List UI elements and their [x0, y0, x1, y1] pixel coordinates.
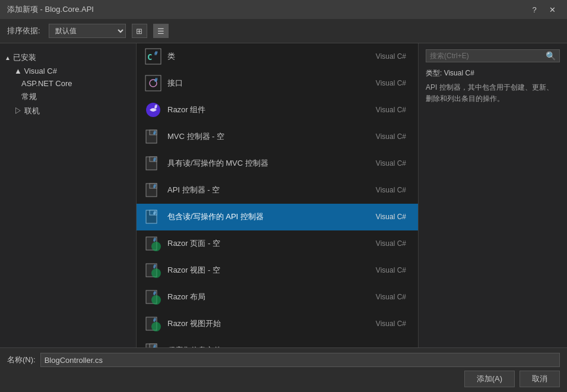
search-box: 🔍 [426, 49, 560, 62]
sidebar-installed-section: ▲ 已安装 ▲ Visual C# ASP.NET Core 常规 ▷ 联机 [0, 48, 136, 121]
item-icon-assembly: # [144, 341, 163, 347]
item-name: Razor 页面 - 空 [167, 238, 376, 249]
list-item[interactable]: # Razor 布局 Visual C# [137, 284, 418, 311]
list-item[interactable]: # Razor 视图 - 空 Visual C# [137, 257, 418, 284]
item-icon-mvc-empty: # [144, 127, 163, 146]
title-bar-title: 添加新项 - Blog.Core.API [7, 4, 94, 15]
item-name: Razor 布局 [167, 292, 376, 302]
item-name: MVC 控制器 - 空 [167, 131, 376, 142]
item-list[interactable]: C # 类 Visual C# # 接口 Visual C# [137, 43, 419, 347]
search-input[interactable] [430, 52, 546, 60]
item-icon-api-rw: # [144, 207, 163, 226]
name-label: 名称(N): [7, 355, 36, 365]
online-arrow: ▷ [14, 106, 24, 115]
dialog: 排序依据: 默认值 ⊞ ☰ ▲ 已安装 ▲ Visual C# ASP.NET … [0, 19, 567, 392]
svg-point-24 [151, 268, 161, 278]
grid-view-button[interactable]: ⊞ [132, 24, 147, 38]
title-bar-controls: ? ✕ [527, 3, 560, 16]
item-name: API 控制器 - 空 [167, 185, 376, 195]
info-description: API 控制器，其中包含用于创建、更新、删除和列出条目的操作。 [426, 82, 560, 105]
svg-text:#: # [154, 77, 158, 83]
name-row: 名称(N): [7, 353, 560, 367]
sidebar: ▲ 已安装 ▲ Visual C# ASP.NET Core 常规 ▷ 联机 [0, 43, 137, 347]
item-category: Visual C# [376, 159, 411, 167]
installed-arrow: ▲ [5, 55, 11, 61]
svg-text:#: # [153, 318, 156, 323]
list-view-button[interactable]: ☰ [153, 24, 169, 38]
item-category: Visual C# [376, 266, 411, 274]
content-area: ▲ 已安装 ▲ Visual C# ASP.NET Core 常规 ▷ 联机 [0, 43, 567, 347]
item-icon-razor-viewstart: # [144, 314, 163, 333]
item-icon-class: C # [144, 47, 163, 66]
bottom-bar: 名称(N): 添加(A) 取消 [0, 347, 567, 392]
list-item[interactable]: C # 类 Visual C# [137, 43, 418, 70]
item-icon-razor-view: # [144, 261, 163, 280]
svg-rect-3 [145, 75, 161, 91]
item-icon-api-empty: # [144, 181, 163, 200]
sort-label: 排序依据: [7, 26, 40, 36]
item-icon-razor-layout: # [144, 287, 163, 306]
svg-point-21 [151, 242, 161, 251]
close-button[interactable]: ✕ [544, 3, 560, 16]
svg-text:#: # [153, 211, 156, 216]
button-row: 添加(A) 取消 [7, 371, 560, 387]
title-bar: 添加新项 - Blog.Core.API ? ✕ [0, 0, 567, 19]
sidebar-visualcs-arrow: ▲ [14, 67, 24, 75]
sidebar-item-aspnet[interactable]: ASP.NET Core [0, 77, 136, 90]
sidebar-item-visualcs[interactable]: ▲ Visual C# [0, 65, 136, 77]
svg-text:#: # [153, 131, 156, 136]
item-name: Razor 视图 - 空 [167, 265, 376, 276]
info-type-label: 类型: Visual C# [426, 68, 560, 78]
item-category: Visual C# [376, 79, 411, 87]
svg-point-30 [151, 322, 161, 331]
item-name: 包含读/写操作的 API 控制器 [167, 211, 376, 222]
svg-point-27 [151, 295, 161, 305]
item-name: 类 [167, 51, 376, 62]
list-item[interactable]: # API 控制器 - 空 Visual C# [137, 177, 418, 204]
item-icon-interface: # [144, 74, 163, 93]
item-icon-razor-component: # [144, 100, 163, 119]
item-name: Razor 组件 [167, 105, 376, 115]
item-category: Visual C# [376, 52, 411, 61]
sidebar-installed-label: 已安装 [13, 52, 36, 63]
name-input[interactable] [40, 353, 560, 367]
svg-text:#: # [153, 291, 156, 296]
svg-text:#: # [153, 238, 156, 243]
item-category: Visual C# [376, 186, 411, 194]
sidebar-installed-header[interactable]: ▲ 已安装 [0, 50, 136, 65]
item-category: Visual C# [376, 213, 411, 221]
list-item-selected[interactable]: # 包含读/写操作的 API 控制器 Visual C# [137, 204, 418, 230]
svg-text:C: C [147, 52, 152, 62]
cancel-button[interactable]: 取消 [520, 371, 560, 387]
item-category: Visual C# [376, 132, 411, 141]
item-name: 接口 [167, 78, 376, 88]
svg-text:#: # [154, 105, 157, 110]
item-category: Visual C# [376, 293, 411, 301]
list-item[interactable]: # Razor 页面 - 空 Visual C# [137, 230, 418, 257]
toolbar: 排序依据: 默认值 ⊞ ☰ [0, 19, 567, 43]
sidebar-item-general[interactable]: 常规 [0, 90, 136, 104]
item-name: Razor 视图开始 [167, 318, 376, 329]
list-item[interactable]: # 具有读/写操作的 MVC 控制器 Visual C# [137, 150, 418, 177]
item-icon-mvc-rw: # [144, 154, 163, 173]
right-panel: 🔍 类型: Visual C# API 控制器，其中包含用于创建、更新、删除和列… [419, 43, 567, 347]
item-icon-razor-page: # [144, 234, 163, 253]
svg-text:#: # [153, 184, 156, 189]
add-button[interactable]: 添加(A) [464, 371, 515, 387]
sort-select[interactable]: 默认值 [49, 24, 126, 38]
svg-text:#: # [153, 264, 156, 270]
search-icon: 🔍 [546, 51, 556, 61]
list-item[interactable]: # Razor 组件 Visual C# [137, 97, 418, 124]
item-category: Visual C# [376, 106, 411, 114]
help-button[interactable]: ? [527, 3, 542, 16]
list-item[interactable]: # 接口 Visual C# [137, 70, 418, 97]
item-category: Visual C# [376, 239, 411, 248]
svg-text:#: # [153, 157, 156, 163]
item-name: 具有读/写操作的 MVC 控制器 [167, 158, 376, 169]
svg-text:#: # [154, 50, 158, 56]
sidebar-item-online[interactable]: ▷ 联机 [0, 104, 136, 118]
list-item[interactable]: # Razor 视图开始 Visual C# [137, 311, 418, 337]
title-bar-left: 添加新项 - Blog.Core.API [7, 4, 94, 15]
list-item[interactable]: # MVC 控制器 - 空 Visual C# [137, 124, 418, 150]
list-item[interactable]: # 程序集信息文件 Visual C# [137, 337, 418, 347]
